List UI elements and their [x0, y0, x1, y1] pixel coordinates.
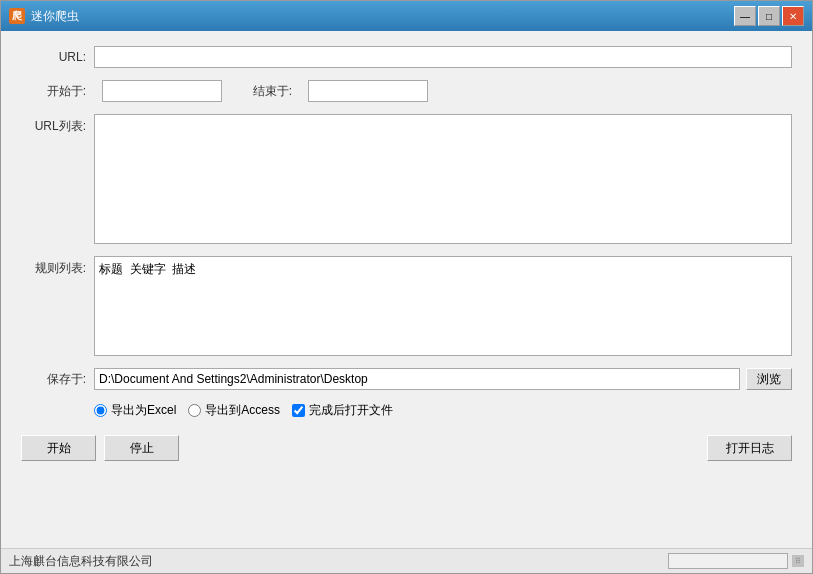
start-button[interactable]: 开始 — [21, 435, 96, 461]
export-excel-option[interactable]: 导出为Excel — [94, 402, 176, 419]
url-row: URL: — [21, 46, 792, 68]
main-window: 爬 迷你爬虫 — □ ✕ URL: 开始于: 结束于: URL列表: 规则列表: — [0, 0, 813, 574]
url-list-textarea[interactable] — [94, 114, 792, 244]
save-row: 保存于: 浏览 — [21, 368, 792, 390]
url-list-label: URL列表: — [21, 114, 86, 135]
export-options-row: 导出为Excel 导出到Access 完成后打开文件 — [21, 402, 792, 419]
export-access-radio[interactable] — [188, 404, 201, 417]
company-text: 上海麒台信息科技有限公司 — [9, 553, 153, 570]
rules-textarea[interactable]: 标题 关键字 描述 — [94, 256, 792, 356]
progress-bar — [668, 553, 788, 569]
end-date-input[interactable] — [308, 80, 428, 102]
date-row: 开始于: 结束于: — [21, 80, 792, 102]
save-path-input[interactable] — [94, 368, 740, 390]
rules-label: 规则列表: — [21, 256, 86, 277]
export-access-label: 导出到Access — [205, 402, 280, 419]
stop-button[interactable]: 停止 — [104, 435, 179, 461]
open-after-label: 完成后打开文件 — [309, 402, 393, 419]
start-date-input[interactable] — [102, 80, 222, 102]
url-label: URL: — [21, 50, 86, 64]
title-bar: 爬 迷你爬虫 — □ ✕ — [1, 1, 812, 31]
export-excel-label: 导出为Excel — [111, 402, 176, 419]
app-icon: 爬 — [9, 8, 25, 24]
end-label: 结束于: — [242, 83, 292, 100]
url-list-row: URL列表: — [21, 114, 792, 244]
rules-row: 规则列表: 标题 关键字 描述 — [21, 256, 792, 356]
status-bar: 上海麒台信息科技有限公司 ⠿ — [1, 548, 812, 573]
open-after-checkbox[interactable] — [292, 404, 305, 417]
action-row: 开始 停止 打开日志 — [21, 435, 792, 461]
maximize-button[interactable]: □ — [758, 6, 780, 26]
close-button[interactable]: ✕ — [782, 6, 804, 26]
window-controls: — □ ✕ — [734, 6, 804, 26]
export-excel-radio[interactable] — [94, 404, 107, 417]
minimize-button[interactable]: — — [734, 6, 756, 26]
start-label: 开始于: — [21, 83, 86, 100]
window-title: 迷你爬虫 — [31, 8, 734, 25]
resize-handle[interactable]: ⠿ — [792, 555, 804, 567]
browse-button[interactable]: 浏览 — [746, 368, 792, 390]
open-after-option[interactable]: 完成后打开文件 — [292, 402, 393, 419]
export-access-option[interactable]: 导出到Access — [188, 402, 280, 419]
save-label: 保存于: — [21, 371, 86, 388]
action-left-buttons: 开始 停止 — [21, 435, 179, 461]
form-content: URL: 开始于: 结束于: URL列表: 规则列表: 标题 关键字 描述 保存… — [1, 31, 812, 548]
open-log-button[interactable]: 打开日志 — [707, 435, 792, 461]
url-input[interactable] — [94, 46, 792, 68]
